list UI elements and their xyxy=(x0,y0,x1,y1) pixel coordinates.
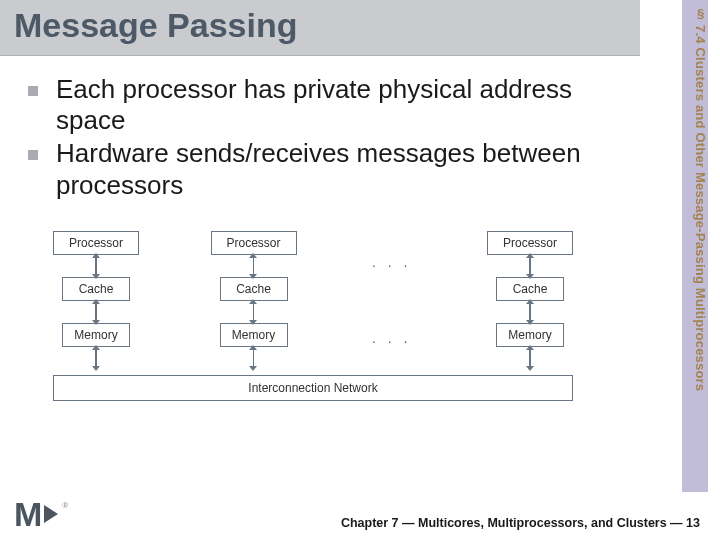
registered-icon: ® xyxy=(62,501,68,510)
section-side-tab: § 7.4 Clusters and Other Message-Passing… xyxy=(682,0,708,492)
bidirectional-arrow-icon xyxy=(253,349,255,367)
bullet-text: Each processor has private physical addr… xyxy=(56,74,598,136)
slide-title: Message Passing xyxy=(14,6,626,45)
bidirectional-arrow-icon xyxy=(95,303,97,321)
slide-footer: M ® Chapter 7 — Multicores, Multiprocess… xyxy=(0,499,720,530)
bidirectional-arrow-icon xyxy=(253,257,255,275)
ellipsis-icon: . . . xyxy=(368,254,415,270)
bidirectional-arrow-icon xyxy=(529,303,531,321)
bidirectional-arrow-icon xyxy=(529,257,531,275)
processor-node: Processor Cache Memory xyxy=(211,231,297,369)
bidirectional-arrow-icon xyxy=(95,349,97,367)
bidirectional-arrow-icon xyxy=(529,349,531,367)
architecture-diagram: Processor Cache Memory Processor Cache M… xyxy=(53,231,573,401)
ellipsis-node: . . . . . . xyxy=(368,254,415,346)
cache-box: Cache xyxy=(62,277,130,301)
footer-chapter-text: Chapter 7 — Multicores, Multiprocessors,… xyxy=(341,516,700,530)
title-bar: Message Passing xyxy=(0,0,640,56)
diagram-row: Processor Cache Memory Processor Cache M… xyxy=(53,231,573,369)
publisher-logo: M ® xyxy=(14,499,68,530)
logo-k-icon xyxy=(44,505,58,523)
bullet-text: Hardware sends/receives messages between… xyxy=(56,138,598,200)
processor-box: Processor xyxy=(53,231,139,255)
bullet-icon xyxy=(28,86,38,96)
cache-box: Cache xyxy=(496,277,564,301)
ellipsis-icon: . . . xyxy=(368,330,415,346)
memory-box: Memory xyxy=(62,323,130,347)
bullet-icon xyxy=(28,150,38,160)
cache-box: Cache xyxy=(220,277,288,301)
list-item: Hardware sends/receives messages between… xyxy=(28,138,598,200)
logo-letter: M xyxy=(14,499,42,530)
processor-node: Processor Cache Memory xyxy=(487,231,573,369)
content-area: Each processor has private physical addr… xyxy=(0,56,648,401)
bidirectional-arrow-icon xyxy=(95,257,97,275)
processor-node: Processor Cache Memory xyxy=(53,231,139,369)
list-item: Each processor has private physical addr… xyxy=(28,74,598,136)
interconnect-box: Interconnection Network xyxy=(53,375,573,401)
processor-box: Processor xyxy=(487,231,573,255)
memory-box: Memory xyxy=(496,323,564,347)
memory-box: Memory xyxy=(220,323,288,347)
bidirectional-arrow-icon xyxy=(253,303,255,321)
bullet-list: Each processor has private physical addr… xyxy=(28,74,598,201)
processor-box: Processor xyxy=(211,231,297,255)
